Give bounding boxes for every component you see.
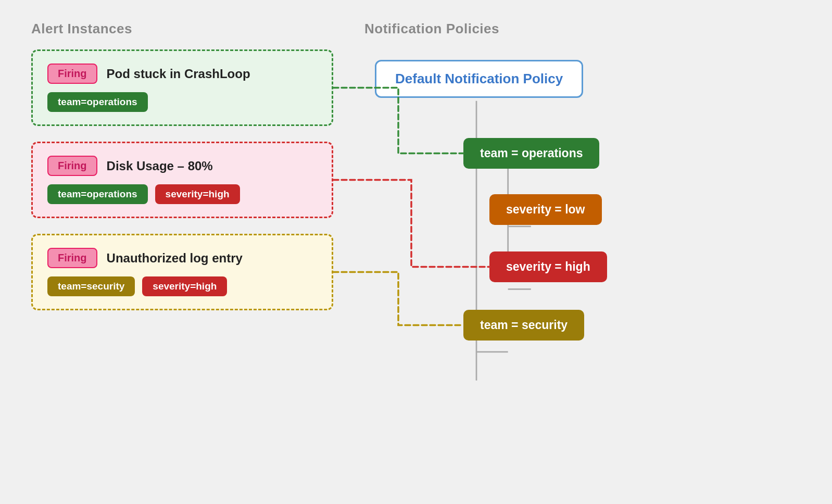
alert-tags-1: team=operations (47, 92, 317, 112)
policy-tree: Default Notification Policy team = opera… (364, 49, 801, 483)
policy-node-severity-high: severity = high (489, 251, 607, 282)
alert-card-2: Firing Disk Usage – 80% team=operations … (31, 142, 333, 218)
tag-team-ops-1: team=operations (47, 92, 148, 112)
firing-badge-1: Firing (47, 64, 97, 84)
left-panel-title: Alert Instances (31, 21, 333, 37)
left-panel: Alert Instances Firing Pod stuck in Cras… (31, 21, 333, 483)
alert-header-3: Firing Unauthorized log entry (47, 248, 317, 268)
alert-header-1: Firing Pod stuck in CrashLoop (47, 64, 317, 84)
main-container: Alert Instances Firing Pod stuck in Cras… (0, 0, 832, 504)
tag-severity-high-3: severity=high (142, 276, 227, 296)
alert-card-1: Firing Pod stuck in CrashLoop team=opera… (31, 49, 333, 126)
firing-badge-3: Firing (47, 248, 97, 268)
tag-team-ops-2: team=operations (47, 184, 148, 204)
policy-node-severity-low: severity = low (489, 194, 602, 225)
default-policy-box: Default Notification Policy (375, 60, 583, 98)
alert-header-2: Firing Disk Usage – 80% (47, 156, 317, 176)
policy-node-team-sec: team = security (463, 310, 584, 341)
alert-tags-3: team=security severity=high (47, 276, 317, 296)
policy-node-team-ops: team = operations (463, 138, 599, 169)
alert-tags-2: team=operations severity=high (47, 184, 317, 204)
alert-title-2: Disk Usage – 80% (107, 159, 213, 173)
alert-title-1: Pod stuck in CrashLoop (107, 67, 250, 81)
alert-card-3: Firing Unauthorized log entry team=secur… (31, 234, 333, 310)
tag-severity-high-2: severity=high (155, 184, 240, 204)
right-panel: Notification Policies Default Notificati… (364, 21, 801, 483)
right-panel-title: Notification Policies (364, 21, 801, 37)
alert-title-3: Unauthorized log entry (107, 251, 243, 266)
tag-team-sec-3: team=security (47, 276, 135, 296)
firing-badge-2: Firing (47, 156, 97, 176)
